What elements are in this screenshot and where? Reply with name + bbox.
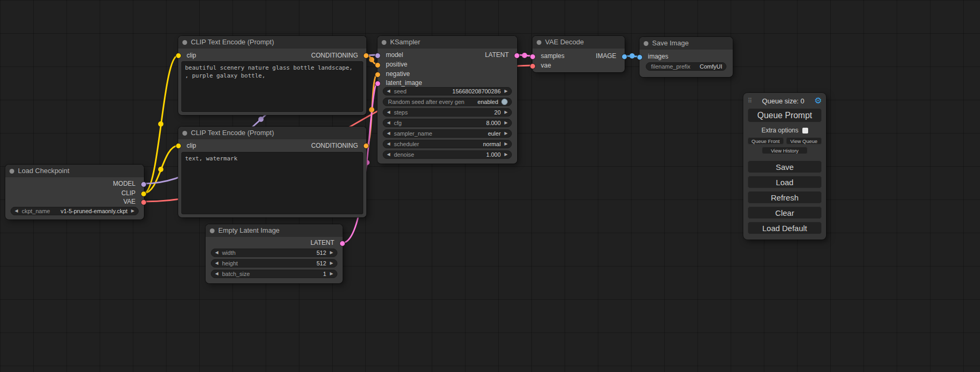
decrement-arrow-icon[interactable]: ◀	[215, 249, 218, 257]
output-slot-conditioning[interactable]: CONDITIONING	[311, 141, 358, 150]
input-slot-clip[interactable]: clip	[187, 51, 196, 60]
increment-arrow-icon[interactable]: ▶	[504, 129, 508, 138]
decrement-arrow-icon[interactable]: ◀	[387, 140, 390, 148]
output-slot-latent[interactable]: LATENT	[311, 238, 334, 247]
increment-arrow-icon[interactable]: ▶	[330, 270, 333, 278]
collapse-dot-icon[interactable]	[537, 40, 541, 45]
input-port-clip[interactable]	[176, 143, 181, 149]
node-clip-text-encode-positive[interactable]: CLIP Text Encode (Prompt) clip CONDITION…	[178, 36, 366, 115]
node-title-bar[interactable]: KSampler	[377, 36, 517, 49]
increment-arrow-icon[interactable]: ▶	[504, 150, 508, 159]
input-port-clip[interactable]	[176, 53, 181, 59]
input-slot-model[interactable]: model	[386, 50, 403, 60]
decrement-arrow-icon[interactable]: ◀	[215, 270, 218, 278]
input-port-model[interactable]	[375, 53, 381, 59]
increment-arrow-icon[interactable]: ▶	[504, 119, 508, 127]
node-ksampler[interactable]: KSampler model positive negative latent_…	[377, 36, 517, 164]
widget-scheduler[interactable]: ◀ scheduler normal ▶	[383, 140, 512, 148]
output-port-conditioning[interactable]	[363, 53, 369, 59]
widget-denoise[interactable]: ◀ denoise 1.000 ▶	[383, 150, 512, 159]
collapse-dot-icon[interactable]	[182, 40, 187, 45]
prompt-textarea[interactable]: beautiful scenery nature glass bottle la…	[181, 61, 363, 112]
output-port-latent[interactable]	[514, 53, 520, 59]
input-slot-samples[interactable]: samples	[541, 51, 565, 61]
node-title-bar[interactable]: Load Checkpoint	[5, 165, 144, 177]
node-graph-canvas[interactable]: Load Checkpoint MODEL CLIP VAE ◀ ckpt_na…	[0, 0, 980, 372]
input-slot-images[interactable]: images	[648, 52, 668, 61]
queue-prompt-button[interactable]: Queue Prompt	[748, 108, 822, 122]
node-empty-latent-image[interactable]: Empty Latent Image LATENT ◀ width 512 ▶ …	[206, 224, 343, 283]
widget-steps[interactable]: ◀ steps 20 ▶	[383, 108, 512, 117]
increment-arrow-icon[interactable]: ▶	[330, 259, 333, 268]
output-port-model[interactable]	[141, 182, 147, 187]
save-button[interactable]: Save	[748, 160, 822, 173]
node-title-bar[interactable]: VAE Decode	[532, 36, 625, 49]
output-port-conditioning[interactable]	[363, 143, 369, 149]
node-vae-decode[interactable]: VAE Decode samples vae IMAGE	[532, 36, 625, 72]
widget-filename-prefix[interactable]: filename_prefix ComfyUI	[646, 62, 726, 71]
extra-options-checkbox[interactable]	[802, 128, 808, 133]
decrement-arrow-icon[interactable]: ◀	[387, 108, 390, 117]
node-clip-text-encode-negative[interactable]: CLIP Text Encode (Prompt) clip CONDITION…	[178, 127, 366, 217]
output-port-vae[interactable]	[141, 199, 147, 205]
increment-arrow-icon[interactable]: ▶	[131, 207, 134, 215]
widget-seed[interactable]: ◀ seed 156680208700286 ▶	[383, 87, 512, 96]
increment-arrow-icon[interactable]: ▶	[504, 87, 508, 96]
decrement-arrow-icon[interactable]: ◀	[215, 259, 218, 268]
clear-button[interactable]: Clear	[748, 206, 822, 219]
widget-sampler-name[interactable]: ◀ sampler_name euler ▶	[383, 129, 512, 138]
increment-arrow-icon[interactable]: ▶	[330, 249, 333, 257]
input-port-vae[interactable]	[530, 63, 536, 69]
view-history-button[interactable]: View History	[762, 147, 808, 154]
output-port-image[interactable]	[622, 54, 627, 60]
output-port-latent[interactable]	[339, 241, 345, 246]
decrement-arrow-icon[interactable]: ◀	[387, 150, 390, 159]
decrement-arrow-icon[interactable]: ◀	[387, 129, 390, 138]
widget-batch-size[interactable]: ◀ batch_size 1 ▶	[211, 270, 337, 278]
input-port-positive[interactable]	[375, 62, 381, 68]
collapse-dot-icon[interactable]	[644, 41, 648, 46]
node-save-image[interactable]: Save Image images filename_prefix ComfyU…	[639, 37, 733, 77]
output-slot-model[interactable]: MODEL	[113, 179, 135, 188]
node-load-checkpoint[interactable]: Load Checkpoint MODEL CLIP VAE ◀ ckpt_na…	[5, 165, 144, 220]
collapse-dot-icon[interactable]	[382, 40, 386, 45]
input-port-negative[interactable]	[375, 72, 381, 78]
load-button[interactable]: Load	[748, 176, 822, 188]
output-slot-vae[interactable]: VAE	[123, 197, 135, 206]
widget-cfg[interactable]: ◀ cfg 8.000 ▶	[383, 119, 512, 127]
queue-front-button[interactable]: Queue Front	[748, 137, 784, 145]
node-title-bar[interactable]: Save Image	[639, 37, 733, 50]
node-title-bar[interactable]: CLIP Text Encode (Prompt)	[178, 127, 366, 139]
input-port-images[interactable]	[637, 54, 643, 60]
collapse-dot-icon[interactable]	[182, 131, 187, 136]
input-slot-latent-image[interactable]: latent_image	[386, 78, 422, 88]
widget-width[interactable]: ◀ width 512 ▶	[211, 249, 337, 257]
output-slot-latent[interactable]: LATENT	[485, 50, 509, 60]
increment-arrow-icon[interactable]: ▶	[504, 140, 508, 148]
node-title-bar[interactable]: CLIP Text Encode (Prompt)	[178, 36, 366, 49]
decrement-arrow-icon[interactable]: ◀	[387, 87, 390, 96]
collapse-dot-icon[interactable]	[9, 169, 14, 174]
refresh-button[interactable]: Refresh	[748, 191, 822, 204]
input-port-samples[interactable]	[530, 54, 536, 60]
input-slot-clip[interactable]: clip	[187, 141, 196, 150]
output-slot-conditioning[interactable]: CONDITIONING	[311, 51, 358, 60]
drag-handle-icon[interactable]: ⠿	[748, 97, 752, 104]
node-title-bar[interactable]: Empty Latent Image	[206, 224, 343, 237]
output-slot-image[interactable]: IMAGE	[596, 51, 616, 61]
widget-ckpt-name[interactable]: ◀ ckpt_name v1-5-pruned-emaonly.ckpt ▶	[11, 207, 139, 215]
input-slot-negative[interactable]: negative	[386, 69, 410, 79]
collapse-dot-icon[interactable]	[210, 228, 215, 233]
view-queue-button[interactable]: View Queue	[786, 137, 822, 145]
input-slot-vae[interactable]: vae	[541, 61, 551, 70]
load-default-button[interactable]: Load Default	[748, 222, 822, 234]
increment-arrow-icon[interactable]: ▶	[504, 108, 508, 117]
input-port-latent-image[interactable]	[375, 81, 381, 87]
settings-gear-icon[interactable]: ⚙	[814, 97, 822, 105]
toggle-knob-icon[interactable]	[501, 99, 508, 105]
widget-random-seed-toggle[interactable]: Random seed after every gen enabled	[383, 98, 512, 106]
widget-height[interactable]: ◀ height 512 ▶	[211, 259, 337, 268]
output-port-clip[interactable]	[141, 191, 147, 197]
prompt-textarea[interactable]: text, watermark	[181, 152, 363, 214]
decrement-arrow-icon[interactable]: ◀	[15, 207, 18, 215]
